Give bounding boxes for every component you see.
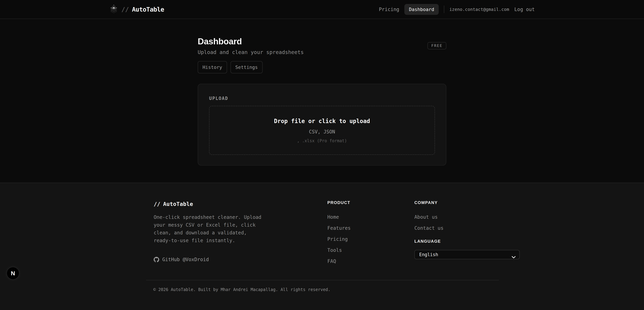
footer: // AutoTable One-click spreadsheet clean… bbox=[0, 182, 644, 310]
language-select[interactable]: English bbox=[414, 250, 520, 259]
page-header: Dashboard Upload and clean your spreadsh… bbox=[198, 36, 446, 55]
dropzone-pro-formats: , .xlsx (Pro format) bbox=[297, 139, 347, 143]
page-actions: History Settings bbox=[198, 61, 446, 73]
footer-product-column: PRODUCT Home Features Pricing Tools FAQ bbox=[327, 200, 414, 267]
footer-grid: // AutoTable One-click spreadsheet clean… bbox=[154, 200, 520, 267]
footer-company-list: About us Contact us bbox=[414, 212, 520, 234]
github-label: GitHub @VoxDroid bbox=[162, 257, 209, 262]
brand[interactable]: // AutoTable bbox=[109, 4, 164, 14]
dropzone-formats: CSV, JSON bbox=[309, 130, 335, 134]
plan-badge: FREE bbox=[428, 42, 446, 49]
nextjs-n-icon: N bbox=[11, 270, 15, 277]
footer-link-home[interactable]: Home bbox=[327, 212, 414, 223]
logout-button[interactable]: Log out bbox=[514, 6, 535, 12]
footer-brand: // AutoTable bbox=[154, 200, 327, 208]
footer-company-column: COMPANY About us Contact us LANGUAGE Eng… bbox=[414, 200, 520, 267]
footer-link-about-us[interactable]: About us bbox=[414, 212, 520, 223]
upload-card: UPLOAD Drop file or click to upload CSV,… bbox=[198, 84, 446, 166]
navbar-inner: // AutoTable Pricing Dashboard izeno.con… bbox=[109, 0, 535, 19]
main-container: Dashboard Upload and clean your spreadsh… bbox=[198, 19, 446, 166]
footer-product-list: Home Features Pricing Tools FAQ bbox=[327, 212, 414, 267]
footer-link-tools[interactable]: Tools bbox=[327, 245, 414, 256]
navbar: // AutoTable Pricing Dashboard izeno.con… bbox=[0, 0, 644, 19]
main-section: Dashboard Upload and clean your spreadsh… bbox=[0, 19, 644, 182]
history-button[interactable]: History bbox=[198, 61, 227, 73]
brand-name: AutoTable bbox=[132, 6, 164, 13]
page-header-text: Dashboard Upload and clean your spreadsh… bbox=[198, 36, 304, 55]
footer-brand-name: AutoTable bbox=[163, 200, 193, 208]
footer-link-features[interactable]: Features bbox=[327, 223, 414, 234]
footer-language-title: LANGUAGE bbox=[414, 239, 520, 243]
footer-link-pricing[interactable]: Pricing bbox=[327, 234, 414, 245]
language-select-wrap: English bbox=[414, 250, 520, 259]
file-dropzone[interactable]: Drop file or click to upload CSV, JSON ,… bbox=[209, 106, 435, 155]
upload-card-label: UPLOAD bbox=[209, 96, 435, 101]
footer-link-faq[interactable]: FAQ bbox=[327, 256, 414, 267]
github-icon bbox=[154, 257, 159, 262]
brand-slashes: // bbox=[122, 6, 129, 13]
github-link[interactable]: GitHub @VoxDroid bbox=[154, 257, 327, 262]
nav-links: Pricing Dashboard izeno.contact@gmail.co… bbox=[379, 4, 535, 15]
settings-button[interactable]: Settings bbox=[230, 61, 262, 73]
footer-divider bbox=[146, 280, 499, 280]
footer-brand-slashes: // bbox=[154, 200, 160, 208]
footer-product-title: PRODUCT bbox=[327, 200, 414, 205]
nav-link-pricing[interactable]: Pricing bbox=[379, 6, 399, 12]
nextjs-dev-badge[interactable]: N bbox=[7, 267, 19, 279]
nav-link-dashboard-active[interactable]: Dashboard bbox=[404, 4, 438, 15]
dropzone-title: Drop file or click to upload bbox=[274, 118, 370, 124]
user-email: izeno.contact@gmail.com bbox=[450, 7, 509, 12]
page-title: Dashboard bbox=[198, 36, 304, 46]
brand-logo-icon bbox=[109, 4, 118, 14]
footer-company-title: COMPANY bbox=[414, 200, 520, 205]
app-root: // AutoTable Pricing Dashboard izeno.con… bbox=[0, 0, 644, 310]
footer-link-contact-us[interactable]: Contact us bbox=[414, 223, 520, 234]
nav-divider bbox=[444, 6, 444, 13]
footer-brand-column: // AutoTable One-click spreadsheet clean… bbox=[154, 200, 327, 267]
copyright-text: © 2026 AutoTable. Built by Mhar Andrei M… bbox=[153, 288, 644, 292]
page-subtitle: Upload and clean your spreadsheets bbox=[198, 50, 304, 55]
footer-description: One-click spreadsheet cleaner. Upload yo… bbox=[154, 213, 265, 244]
